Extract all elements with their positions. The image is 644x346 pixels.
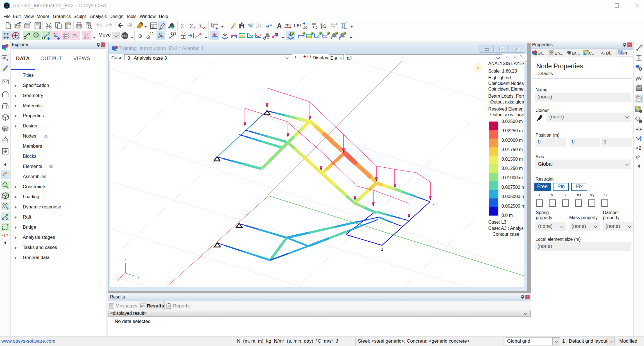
svg-text:1.E3: 1.E3	[293, 23, 301, 28]
svg-text:ab: ab	[3, 56, 6, 59]
svg-text:A: A	[277, 22, 282, 30]
svg-text:0.02250 m: 0.02250 m	[501, 128, 523, 133]
svg-text:0.02500 m: 0.02500 m	[501, 119, 523, 124]
svg-text:Σ: Σ	[181, 23, 184, 30]
svg-text:ANALYSIS LAYER: ANALYSIS LAYER	[488, 61, 524, 66]
svg-text:+: +	[38, 35, 40, 40]
svg-text:+: +	[6, 48, 8, 51]
svg-text:Output axis: glob: Output axis: glob	[490, 100, 524, 104]
svg-text:cm: cm	[285, 22, 291, 27]
svg-text:+: +	[47, 36, 50, 40]
svg-text:ab: ab	[141, 304, 144, 308]
svg-text:123: 123	[150, 32, 154, 36]
svg-text:x: x	[117, 277, 119, 282]
svg-text:.00: .00	[311, 22, 316, 26]
svg-text:z: z	[124, 257, 126, 262]
svg-text:f(): f()	[256, 23, 261, 29]
svg-text:Contour case: Contour case	[492, 232, 519, 237]
svg-text:.00: .00	[303, 26, 308, 29]
svg-text:0.01500 m: 0.01500 m	[501, 157, 523, 161]
svg-text:+: +	[57, 36, 60, 40]
svg-text:0.01750 m: 0.01750 m	[501, 147, 523, 152]
svg-text:Coincident Nodes: Coincident Nodes	[488, 81, 524, 86]
svg-text:0.01000 m: 0.01000 m	[501, 175, 523, 180]
svg-text:Highlighted:: Highlighted:	[488, 75, 512, 80]
svg-text:Σ: Σ	[190, 23, 193, 30]
svg-text:0.007500 m: 0.007500 m	[501, 185, 524, 190]
svg-text:Scale: 1:60.20: Scale: 1:60.20	[488, 69, 517, 73]
svg-text:y: y	[137, 274, 140, 279]
svg-text:z: z	[381, 247, 383, 251]
svg-text:0.005000 m: 0.005000 m	[501, 194, 524, 199]
svg-text:y: y	[339, 36, 341, 40]
svg-text:Output axis: loca: Output axis: loca	[490, 112, 524, 117]
svg-text:Case: A3 : Analysi: Case: A3 : Analysi	[488, 226, 524, 231]
svg-text:0.01250 m: 0.01250 m	[501, 166, 523, 171]
svg-text:+2.7: +2.7	[2, 234, 8, 237]
svg-text:0.002500 m: 0.002500 m	[501, 204, 524, 208]
svg-text:0.02000 m: 0.02000 m	[501, 138, 523, 143]
svg-text:/2: /2	[636, 155, 640, 160]
svg-text:×: ×	[203, 25, 206, 30]
svg-text:G: G	[6, 4, 8, 8]
svg-text:A: A	[477, 65, 480, 70]
svg-text:x: x	[331, 36, 333, 40]
svg-text:Σ: Σ	[199, 23, 203, 30]
svg-text:Resolved Element: Resolved Element	[488, 107, 524, 111]
svg-text:z: z	[432, 202, 435, 207]
svg-text:Beam Loads, Forc: Beam Loads, Forc	[488, 94, 524, 98]
svg-text:Case: L3: Case: L3	[488, 220, 506, 224]
svg-text:.0: .0	[306, 22, 308, 26]
svg-text:.0: .0	[315, 26, 317, 29]
svg-text:OK: OK	[122, 34, 127, 38]
svg-text:Coincident Eleme: Coincident Eleme	[488, 87, 524, 91]
svg-text:×2: ×2	[636, 145, 641, 151]
svg-text:+: +	[6, 58, 9, 62]
svg-text:+: +	[216, 26, 218, 30]
svg-text:+: +	[193, 25, 196, 30]
svg-text:0.0 m: 0.0 m	[501, 213, 513, 218]
